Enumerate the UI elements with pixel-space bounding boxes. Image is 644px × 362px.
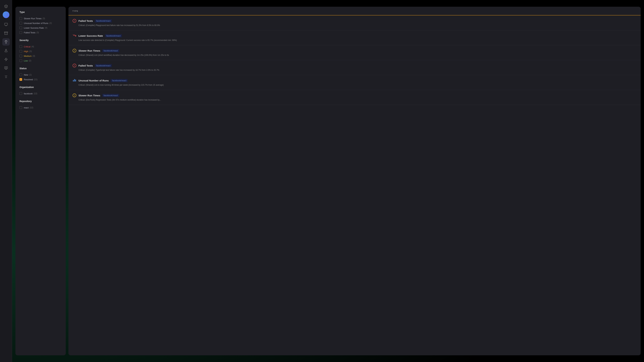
critical-circle-icon-1: !: [72, 64, 76, 67]
filter-item-critical[interactable]: Critical (4): [20, 44, 62, 49]
filter-label-resolved: Resolved (11): [24, 78, 38, 81]
filter-label-high: High (3): [24, 50, 32, 53]
box-icon-button[interactable]: [2, 29, 10, 37]
results-header-title: TYPE: [72, 10, 78, 12]
result-item-1-repo: facebook/react: [105, 34, 122, 37]
result-item-3[interactable]: ! Failed Tests facebook/react Critical: …: [68, 60, 641, 75]
insights-icon-button[interactable]: [2, 38, 10, 45]
filter-item-unusual-runs[interactable]: Unusual Number of Runs (2): [20, 21, 62, 25]
svg-rect-16: [73, 80, 74, 81]
filter-type-title: Type: [20, 11, 62, 13]
result-item-0[interactable]: ! Failed Tests facebook/react Critical: …: [68, 15, 641, 30]
svg-point-1: [5, 14, 6, 16]
meta-logo[interactable]: [3, 11, 10, 18]
flask-icon-button[interactable]: [2, 47, 10, 54]
svg-rect-17: [74, 79, 75, 81]
filter-organization-title: Organization: [20, 86, 62, 88]
filter-group-type: Type Slower Run Times (3) Unusual Number…: [20, 11, 62, 35]
filter-item-resolved[interactable]: Resolved (11): [20, 77, 62, 82]
result-item-3-icon: !: [72, 63, 76, 67]
result-item-2-type: Slower Run Times: [78, 49, 100, 52]
checkbox-high[interactable]: [20, 50, 22, 53]
filter-label-slower-run-times: Slower Run Times (3): [24, 17, 45, 20]
trend-down-icon: [72, 34, 76, 38]
filter-label-lower-success: Lower Success Rate (4): [24, 27, 47, 29]
svg-rect-18: [75, 80, 76, 81]
filter-group-organization: Organization facebook (12): [20, 86, 62, 96]
svg-point-10: [6, 67, 6, 68]
filter-status-title: Status: [20, 67, 62, 70]
result-item-4-description: Critical: (Shared) Lint is now running 4…: [72, 83, 580, 86]
filter-label-failed-tests: Failed Tests (3): [24, 31, 39, 34]
svg-rect-5: [4, 32, 8, 33]
result-item-2[interactable]: ! Slower Run Times facebook/react Critic…: [68, 45, 641, 60]
checkbox-facebook[interactable]: [20, 92, 22, 95]
filter-item-lower-success[interactable]: Lower Success Rate (4): [20, 25, 62, 30]
filter-group-severity: Severity Critical (4) High (3): [20, 39, 62, 63]
result-item-2-icon: !: [72, 49, 76, 53]
result-item-0-repo: facebook/react: [95, 19, 112, 22]
result-item-3-header: ! Failed Tests facebook/react: [72, 63, 636, 67]
results-panel: TYPE ! Failed Tests facebook/react Criti…: [68, 7, 641, 355]
checkbox-lower-success[interactable]: [20, 26, 22, 29]
result-item-1-type: Lower Success Rate: [78, 34, 103, 37]
result-item-0-header: ! Failed Tests facebook/react: [72, 19, 636, 23]
svg-rect-2: [4, 23, 8, 25]
result-item-2-header: ! Slower Run Times facebook/react: [72, 49, 636, 53]
result-item-5-header: ! Slower Run Times facebook/react: [72, 93, 636, 97]
filter-item-low[interactable]: Low (2): [20, 58, 62, 63]
filter-group-repository: Repository react (12): [20, 100, 62, 110]
filter-label-facebook: facebook (12): [24, 92, 37, 95]
result-item-1[interactable]: Lower Success Rate facebook/react Low su…: [68, 30, 641, 45]
eye-icon-button[interactable]: [2, 64, 10, 72]
result-item-3-repo: facebook/react: [95, 64, 112, 67]
checkbox-critical[interactable]: [20, 45, 22, 48]
result-item-5[interactable]: ! Slower Run Times facebook/react Critic…: [68, 90, 641, 105]
checkbox-new[interactable]: [20, 73, 22, 76]
result-item-1-description: Low success rate detected in (Compiler) …: [72, 39, 580, 42]
monitor-icon-button[interactable]: [2, 21, 10, 28]
filter-group-status: Status New (1) Resolved (11): [20, 67, 62, 82]
results-header: TYPE: [68, 7, 641, 15]
filter-item-failed-tests[interactable]: Failed Tests (3): [20, 30, 62, 35]
main-content: Type Slower Run Times (3) Unusual Number…: [12, 0, 644, 362]
filter-label-critical: Critical (4): [24, 45, 34, 48]
result-item-5-repo: facebook/react: [102, 94, 119, 97]
app-container: Type Slower Run Times (3) Unusual Number…: [0, 0, 644, 362]
bolt-icon-button[interactable]: [2, 56, 10, 63]
checkbox-failed-tests[interactable]: [20, 31, 22, 34]
filter-label-low: Low (2): [24, 59, 31, 62]
filter-item-new[interactable]: New (1): [20, 72, 62, 77]
checkbox-low[interactable]: [20, 59, 22, 62]
filter-item-high[interactable]: High (3): [20, 49, 62, 54]
filter-label-medium: Medium (3): [24, 55, 35, 57]
filter-panel: Type Slower Run Times (3) Unusual Number…: [16, 7, 66, 355]
filter-severity-title: Severity: [20, 39, 62, 41]
result-item-0-description: Critical: (Compiler) Playground test fai…: [72, 24, 580, 27]
cube-icon-button[interactable]: [2, 3, 10, 10]
checkbox-slower-run-times[interactable]: [20, 17, 22, 20]
filter-label-new: New (1): [24, 73, 32, 76]
filter-label-react: react (12): [24, 106, 33, 109]
result-item-5-type: Slower Run Times: [78, 94, 100, 97]
results-list: ! Failed Tests facebook/react Critical: …: [68, 15, 641, 355]
sidebar: [0, 0, 12, 362]
filter-item-slower-run-times[interactable]: Slower Run Times (3): [20, 16, 62, 21]
result-item-0-icon: !: [72, 19, 76, 23]
result-item-2-repo: facebook/react: [102, 49, 119, 52]
result-item-5-description: Critical: (DevTools) Regression Tests (4…: [72, 98, 580, 101]
filter-item-facebook[interactable]: facebook (12): [20, 91, 62, 96]
result-item-3-type: Failed Tests: [78, 64, 93, 67]
result-item-4[interactable]: Unusual Number of Runs facebook/react Cr…: [68, 75, 641, 90]
checkbox-react[interactable]: [20, 106, 22, 109]
checkbox-unusual-runs[interactable]: [20, 22, 22, 24]
checkbox-resolved[interactable]: [20, 78, 22, 81]
result-item-2-description: Critical: (Shared) Lint (short workflow)…: [72, 54, 580, 57]
critical-circle-icon: !: [72, 19, 76, 23]
filter-item-medium[interactable]: Medium (3): [20, 54, 62, 58]
result-item-1-icon: [72, 34, 76, 38]
checkbox-medium[interactable]: [20, 55, 22, 57]
svg-rect-9: [4, 67, 8, 69]
settings-icon-button[interactable]: [2, 73, 10, 80]
filter-item-react[interactable]: react (12): [20, 105, 62, 110]
